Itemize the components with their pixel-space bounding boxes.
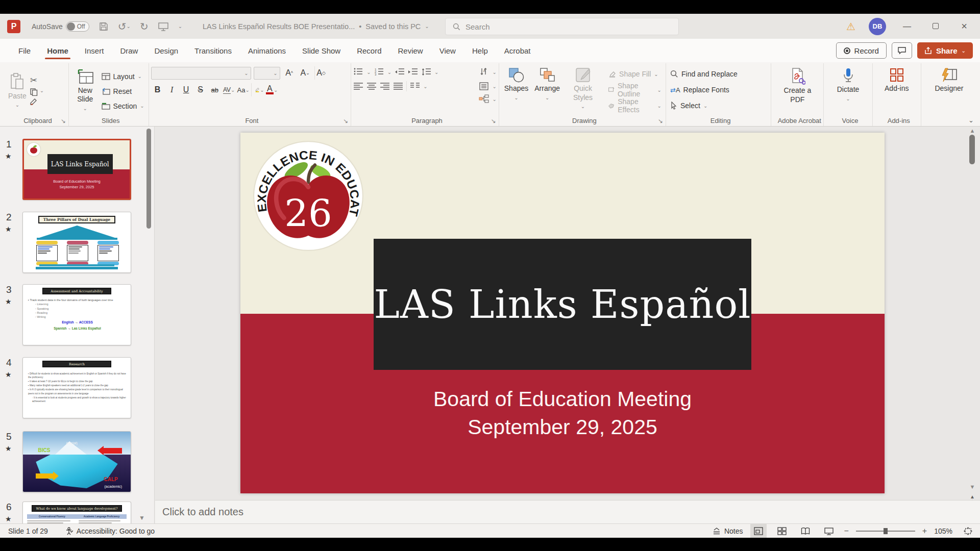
tab-slide-show[interactable]: Slide Show bbox=[294, 41, 349, 60]
slide-canvas[interactable]: EXCELLENCE IN EDUCATION 26 LAS Links Esp… bbox=[240, 133, 885, 493]
smartart-dropdown-icon[interactable]: ⌄ bbox=[492, 96, 496, 102]
district-26-logo[interactable]: EXCELLENCE IN EDUCATION 26 bbox=[253, 141, 363, 251]
bullets-button[interactable] bbox=[353, 67, 363, 77]
thumbnail-slide-2[interactable]: Three Pillars of Dual Language bbox=[22, 212, 131, 273]
format-painter-icon[interactable] bbox=[30, 98, 38, 106]
slideshow-view-button[interactable] bbox=[821, 524, 837, 538]
align-text-button[interactable] bbox=[479, 82, 489, 91]
warning-icon[interactable]: ⚠ bbox=[846, 20, 855, 33]
arrange-dropdown-icon[interactable]: ⌄ bbox=[545, 95, 549, 102]
tab-animations[interactable]: Animations bbox=[240, 41, 294, 60]
increase-indent-button[interactable] bbox=[408, 67, 418, 77]
italic-button[interactable]: I bbox=[165, 83, 179, 96]
document-title[interactable]: LAS Links Español Results BOE Presentati… bbox=[203, 22, 355, 31]
paste-options-dropdown-icon[interactable]: ⌄ bbox=[40, 88, 44, 93]
align-center-button[interactable] bbox=[366, 82, 377, 91]
character-spacing-button[interactable]: AV⌄ bbox=[223, 83, 236, 96]
slide-subtitle-box[interactable]: Board of Education Meeting September 29,… bbox=[240, 385, 885, 442]
slide-counter[interactable]: Slide 1 of 29 bbox=[8, 527, 48, 535]
columns-dropdown-icon[interactable]: ⌄ bbox=[423, 84, 427, 89]
clear-formatting-button[interactable]: A◇ bbox=[314, 66, 328, 80]
tab-review[interactable]: Review bbox=[390, 41, 431, 60]
drawing-dialog-launcher-icon[interactable]: ↘ bbox=[658, 117, 663, 124]
shape-effects-button[interactable]: Shape Effects⌄ bbox=[606, 99, 664, 112]
tab-acrobat[interactable]: Acrobat bbox=[496, 41, 539, 60]
bold-button[interactable]: B bbox=[151, 83, 164, 96]
main-vertical-scrollbar[interactable]: ▲ ▼ ▲▲ ▼▼ bbox=[967, 127, 978, 525]
underline-button[interactable]: U bbox=[180, 83, 193, 96]
strikethrough-button[interactable]: ab bbox=[208, 83, 222, 96]
tab-file[interactable]: File bbox=[10, 41, 39, 60]
replace-fonts-button[interactable]: ⇄A Replace Fonts bbox=[668, 83, 731, 96]
slide-sorter-view-button[interactable] bbox=[774, 524, 790, 538]
dictate-dropdown-icon[interactable]: ⌄ bbox=[846, 96, 850, 103]
saved-status[interactable]: Saved to this PC bbox=[365, 22, 421, 31]
shape-fill-button[interactable]: Shape Fill⌄ bbox=[606, 67, 664, 81]
tab-help[interactable]: Help bbox=[464, 41, 496, 60]
scroll-up-icon[interactable]: ▲ bbox=[969, 128, 976, 134]
arrange-button[interactable]: Arrange ⌄ bbox=[531, 65, 563, 103]
create-pdf-button[interactable]: Create a PDF bbox=[773, 65, 821, 106]
autosave-toggle[interactable]: Off bbox=[66, 21, 89, 32]
new-slide-dropdown-icon[interactable]: ⌄ bbox=[83, 106, 87, 112]
columns-button[interactable] bbox=[410, 82, 420, 91]
layout-button[interactable]: Layout⌄ bbox=[100, 70, 146, 83]
customize-qat-icon[interactable]: ⌄ bbox=[178, 23, 182, 29]
text-direction-dropdown-icon[interactable]: ⌄ bbox=[492, 69, 496, 75]
convert-to-smartart-button[interactable] bbox=[479, 94, 489, 104]
highlight-button[interactable]: ⌄ bbox=[251, 83, 264, 96]
font-dialog-launcher-icon[interactable]: ↘ bbox=[343, 117, 348, 124]
shapes-button[interactable]: Shapes ⌄ bbox=[501, 65, 531, 103]
zoom-out-button[interactable]: − bbox=[844, 527, 849, 536]
notes-toggle-button[interactable]: Notes bbox=[713, 527, 743, 535]
increase-font-size-button[interactable]: A^ bbox=[283, 66, 296, 80]
reset-button[interactable]: Reset bbox=[100, 85, 146, 98]
section-button[interactable]: Section⌄ bbox=[100, 99, 146, 113]
powerpoint-app-icon[interactable]: P bbox=[7, 20, 20, 33]
reading-view-button[interactable] bbox=[797, 524, 814, 538]
thumbnail-scroll-down-icon[interactable]: ▼ bbox=[139, 514, 145, 521]
paragraph-dialog-launcher-icon[interactable]: ↘ bbox=[491, 117, 496, 124]
decrease-font-size-button[interactable]: A⌄ bbox=[299, 66, 312, 80]
scroll-down-icon[interactable]: ▼ bbox=[969, 484, 976, 490]
align-right-button[interactable] bbox=[380, 82, 390, 91]
change-case-button[interactable]: Aa⌄ bbox=[237, 83, 250, 96]
tab-draw[interactable]: Draw bbox=[112, 41, 146, 60]
close-button[interactable]: × bbox=[957, 20, 972, 32]
share-button[interactable]: Share ⌄ bbox=[917, 42, 973, 59]
thumbnail-scrollbar-thumb[interactable] bbox=[146, 129, 151, 229]
slide-thumbnail-panel[interactable]: 1 ★ LAS Links Español Board of Education… bbox=[0, 127, 155, 525]
addins-button[interactable]: Add-ins bbox=[881, 65, 912, 95]
select-button[interactable]: Select⌄ bbox=[668, 99, 709, 112]
tab-record[interactable]: Record bbox=[349, 41, 389, 60]
justify-button[interactable] bbox=[393, 82, 403, 91]
tab-home[interactable]: Home bbox=[39, 41, 77, 60]
designer-button[interactable]: Designer bbox=[932, 65, 966, 95]
cut-icon[interactable]: ✂ bbox=[30, 75, 37, 86]
line-spacing-button[interactable] bbox=[421, 67, 431, 77]
shape-outline-button[interactable]: Shape Outline⌄ bbox=[606, 83, 664, 96]
fit-slide-button[interactable] bbox=[960, 524, 976, 538]
copy-icon[interactable] bbox=[30, 88, 38, 96]
line-spacing-dropdown-icon[interactable]: ⌄ bbox=[434, 69, 438, 75]
quick-styles-button[interactable]: Quick Styles ⌄ bbox=[563, 65, 603, 112]
normal-view-button[interactable] bbox=[750, 524, 767, 538]
font-color-button[interactable]: A ⌄ bbox=[265, 83, 279, 96]
search-input[interactable]: Search bbox=[445, 18, 679, 35]
thumbnail-slide-3[interactable]: Assessment and Accountability ▪ Track st… bbox=[22, 284, 131, 345]
save-icon[interactable] bbox=[99, 21, 109, 32]
font-name-combo[interactable]: ⌄ bbox=[151, 67, 251, 80]
decrease-indent-button[interactable] bbox=[395, 67, 405, 77]
thumbnail-slide-5[interactable]: BICS (social) CALP (academic) bbox=[22, 431, 131, 492]
minimize-button[interactable]: — bbox=[899, 22, 915, 31]
thumbnail-slide-4[interactable]: Research ▪ Difficult for students to sho… bbox=[22, 357, 131, 418]
tab-design[interactable]: Design bbox=[146, 41, 186, 60]
paste-dropdown-icon[interactable]: ⌄ bbox=[15, 102, 19, 109]
shapes-dropdown-icon[interactable]: ⌄ bbox=[514, 95, 518, 102]
font-size-combo[interactable]: ⌄ bbox=[254, 67, 280, 80]
align-text-dropdown-icon[interactable]: ⌄ bbox=[492, 84, 496, 89]
tab-transitions[interactable]: Transitions bbox=[186, 41, 240, 60]
redo-icon[interactable]: ↻ bbox=[140, 20, 149, 33]
shadow-strike-button[interactable]: S bbox=[194, 83, 207, 96]
new-slide-button[interactable]: New Slide ⌄ bbox=[71, 67, 100, 114]
